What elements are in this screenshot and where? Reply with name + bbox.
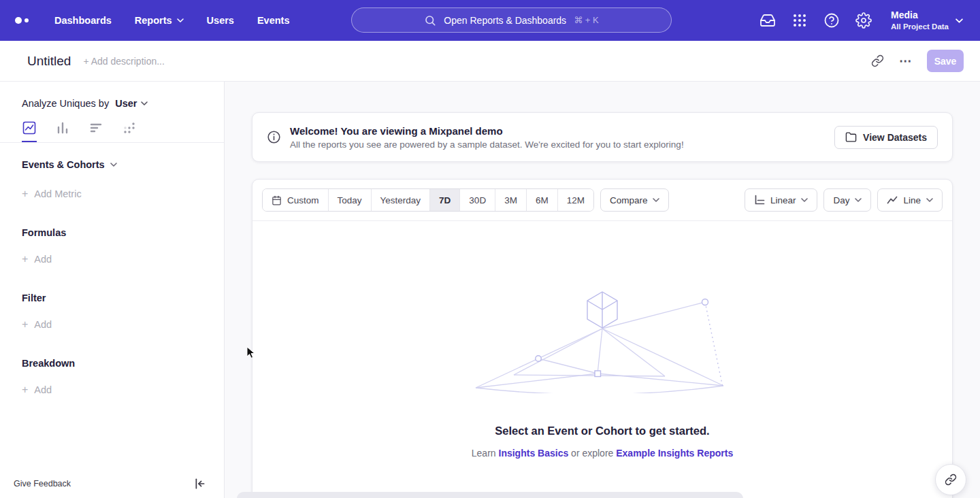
report-title[interactable]: Untitled <box>27 54 71 69</box>
banner-text: Welcome! You are viewing a Mixpanel demo… <box>290 125 684 150</box>
tab-funnel-chart[interactable] <box>88 120 103 142</box>
plus-icon: + <box>22 318 28 331</box>
horizontal-scrollbar[interactable] <box>237 492 743 498</box>
date-range-7d[interactable]: 7D <box>429 189 459 211</box>
add-metric-label: Add Metric <box>34 188 81 199</box>
link-icon <box>945 474 957 486</box>
learn-prefix: Learn <box>472 448 496 459</box>
tab-line-chart[interactable] <box>22 120 37 142</box>
tab-scatter-chart[interactable] <box>122 120 137 142</box>
more-options-button[interactable]: ⋯ <box>898 54 913 69</box>
compare-label: Compare <box>610 195 648 205</box>
filter-section-title: Filter <box>22 293 224 303</box>
nav-events[interactable]: Events <box>257 15 290 26</box>
help-icon[interactable] <box>823 12 840 29</box>
mixpanel-logo[interactable] <box>15 13 29 28</box>
breakdown-section-title: Breakdown <box>22 358 224 369</box>
give-feedback-link[interactable]: Give Feedback <box>14 479 71 488</box>
compare-button[interactable]: Compare <box>600 188 670 212</box>
search-placeholder: Open Reports & Dashboards <box>444 15 566 26</box>
interval-dropdown[interactable]: Day <box>823 188 871 212</box>
chart-controls: Linear Day Line <box>745 188 943 212</box>
analyze-by-dropdown[interactable]: User <box>115 98 148 109</box>
visualization-tabs <box>0 109 224 143</box>
save-button[interactable]: Save <box>927 50 964 72</box>
navbar-right: Media All Project Data <box>760 0 963 41</box>
chevron-down-icon <box>177 18 184 22</box>
view-datasets-button[interactable]: View Datasets <box>834 126 938 149</box>
tab-bar-chart[interactable] <box>55 120 70 142</box>
events-cohorts-header[interactable]: Events & Cohorts <box>22 159 224 170</box>
formulas-section-title: Formulas <box>22 227 224 238</box>
chevron-down-icon <box>801 198 808 202</box>
chevron-down-icon <box>653 198 659 202</box>
scale-label: Linear <box>770 195 796 205</box>
project-scope: All Project Data <box>891 22 949 32</box>
add-metric-button[interactable]: + Add Metric <box>22 188 224 200</box>
global-search[interactable]: Open Reports & Dashboards ⌘ + K <box>351 7 672 33</box>
date-range-today[interactable]: Today <box>328 189 371 211</box>
nav-reports[interactable]: Reports <box>135 15 184 26</box>
apps-grid-icon[interactable] <box>791 12 808 29</box>
date-range-yesterday[interactable]: Yesterday <box>371 189 430 211</box>
share-link-fab[interactable] <box>935 464 966 495</box>
plus-icon: + <box>22 253 28 265</box>
settings-gear-icon[interactable] <box>855 12 872 29</box>
primary-nav: Dashboards Reports Users Events <box>54 15 289 26</box>
add-formula-label: Add <box>34 254 52 265</box>
sidebar-footer: Give Feedback <box>0 469 224 498</box>
date-range-picker: Custom Today Yesterday 7D 30D 3M 6M 12M <box>262 188 594 212</box>
date-range-12m[interactable]: 12M <box>557 189 593 211</box>
date-range-30d[interactable]: 30D <box>459 189 495 211</box>
view-datasets-label: View Datasets <box>863 132 927 143</box>
chart-type-dropdown[interactable]: Line <box>877 188 943 212</box>
title-actions: ⋯ Save <box>870 50 964 72</box>
example-insights-reports-link[interactable]: Example Insights Reports <box>616 448 733 459</box>
add-breakdown-button[interactable]: + Add <box>22 384 224 396</box>
date-range-custom[interactable]: Custom <box>263 189 328 211</box>
nav-dashboards[interactable]: Dashboards <box>54 15 112 26</box>
empty-state: Select an Event or Cohort to get started… <box>252 288 952 459</box>
project-switcher[interactable]: Media All Project Data <box>891 9 963 31</box>
analyze-by-value: User <box>115 98 137 109</box>
banner-title: Welcome! You are viewing a Mixpanel demo <box>290 125 684 137</box>
date-range-6m[interactable]: 6M <box>526 189 557 211</box>
inbox-icon[interactable] <box>760 12 776 29</box>
nav-reports-label: Reports <box>135 15 172 26</box>
scatter-dots-icon <box>122 121 136 135</box>
empty-state-links: Learn Insights Basics or explore Example… <box>252 448 952 459</box>
report-toolbar: Custom Today Yesterday 7D 30D 3M 6M 12M … <box>252 180 952 221</box>
date-range-custom-label: Custom <box>287 195 319 205</box>
interval-label: Day <box>833 195 849 205</box>
or-explore-text: or explore <box>571 448 613 459</box>
add-filter-button[interactable]: + Add <box>22 318 224 331</box>
logo-dot-small <box>24 18 29 22</box>
plus-icon: + <box>22 384 28 396</box>
date-range-3m[interactable]: 3M <box>495 189 526 211</box>
welcome-banner: Welcome! You are viewing a Mixpanel demo… <box>252 112 953 162</box>
link-icon <box>871 54 884 67</box>
copy-link-button[interactable] <box>870 54 885 69</box>
bar-chart-icon <box>56 121 69 135</box>
scale-dropdown[interactable]: Linear <box>745 188 818 212</box>
chevron-down-icon <box>956 18 963 23</box>
funnel-icon <box>89 121 103 135</box>
banner-subtitle: All the reports you see are powered by a… <box>290 139 684 150</box>
report-titlebar: Untitled + Add description... ⋯ Save <box>0 41 980 82</box>
ellipsis-icon: ⋯ <box>899 58 913 65</box>
search-shortcut: ⌘ + K <box>574 15 599 25</box>
axis-scale-icon <box>754 195 765 205</box>
add-breakdown-label: Add <box>34 384 52 395</box>
empty-state-heading: Select an Event or Cohort to get started… <box>252 425 952 437</box>
collapse-sidebar-icon[interactable] <box>194 478 206 490</box>
insights-basics-link[interactable]: Insights Basics <box>499 448 569 459</box>
logo-dot-large <box>15 17 22 24</box>
chart-type-label: Line <box>903 195 921 205</box>
nav-users[interactable]: Users <box>207 15 234 26</box>
kite-wireframe-illustration <box>473 288 732 393</box>
add-filter-label: Add <box>34 319 52 330</box>
add-description-field[interactable]: + Add description... <box>83 56 164 67</box>
add-formula-button[interactable]: + Add <box>22 253 224 265</box>
chevron-down-icon <box>855 198 862 202</box>
chevron-down-icon <box>110 163 117 167</box>
